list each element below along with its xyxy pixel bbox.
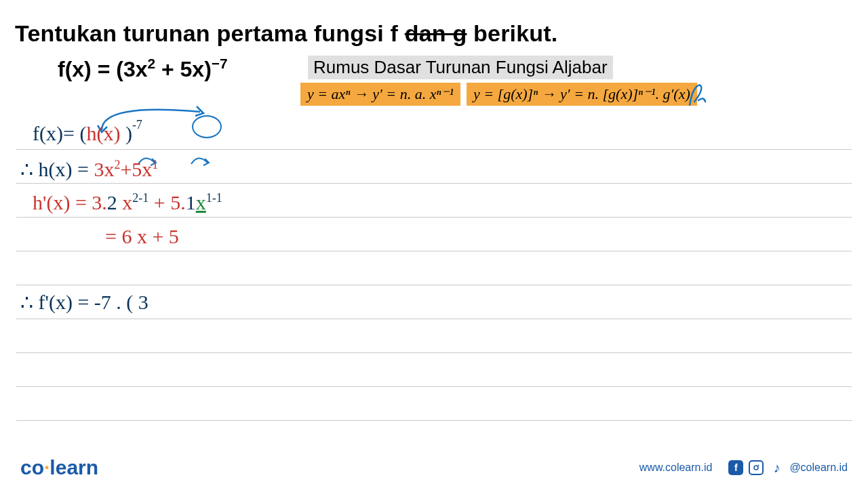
power-rule-formula: y = axⁿ → y′ = n. a. xⁿ⁻¹: [300, 83, 460, 106]
work-line-4: = 6 x + 5: [105, 225, 179, 248]
brand-logo: co·learn: [20, 456, 98, 479]
function-definition: f(x) = (3x2 + 5x)−7: [58, 56, 228, 82]
lined-workspace: f(x)= (h(x) )-7 ∴ h(x) = 3x2+5x1 h'(x) =…: [0, 115, 868, 441]
tiktok-icon[interactable]: ♪: [769, 460, 784, 475]
instagram-icon[interactable]: [749, 460, 764, 475]
facebook-icon[interactable]: f: [728, 460, 743, 475]
footer: co·learn www.colearn.id f ♪ @colearn.id: [0, 447, 868, 488]
arc-annotation: [190, 153, 210, 167]
chain-rule-formula: y = [g(x)]ⁿ → y′ = n. [g(x)]ⁿ⁻¹. g′(x): [467, 83, 697, 106]
work-line-5: ∴ f'(x) = -7 . ( 3: [20, 290, 149, 314]
social-links: f ♪ @colearn.id: [728, 460, 848, 475]
svg-point-1: [758, 465, 760, 466]
work-line-1: f(x)= (h(x) )-7: [33, 122, 142, 145]
work-line-3: h'(x) = 3.2 x2-1 + 5.1x1-1: [33, 191, 222, 214]
svg-point-0: [754, 466, 758, 470]
footer-url: www.colearn.id: [639, 462, 713, 474]
pen-scribble-icon: [686, 81, 707, 108]
formula-heading: Rumus Dasar Turunan Fungsi Aljabar: [308, 56, 613, 79]
social-handle: @colearn.id: [789, 462, 848, 474]
problem-title: Tentukan turunan pertama fungsi f dan g …: [15, 20, 558, 47]
work-line-2: ∴ h(x) = 3x2+5x1: [20, 157, 158, 181]
